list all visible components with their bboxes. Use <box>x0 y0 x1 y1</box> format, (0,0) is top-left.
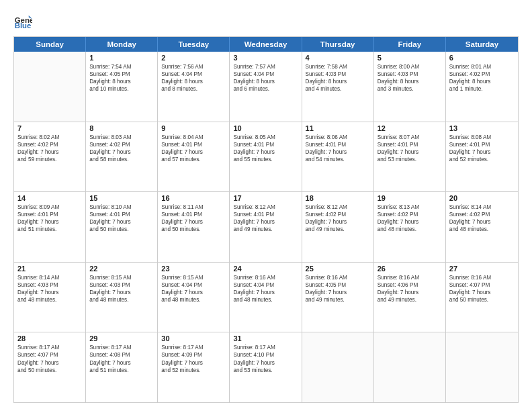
cal-cell: 30Sunrise: 8:17 AMSunset: 4:09 PMDayligh… <box>158 332 230 402</box>
cell-line: and 52 minutes. <box>449 156 515 163</box>
cal-cell: 12Sunrise: 8:07 AMSunset: 4:01 PMDayligh… <box>374 122 446 192</box>
cell-line: Daylight: 7 hours <box>161 218 226 226</box>
day-number: 9 <box>161 124 226 132</box>
cell-line: Daylight: 7 hours <box>161 289 226 296</box>
cell-line: Daylight: 8 hours <box>449 78 515 85</box>
cell-line: and 48 minutes. <box>161 296 226 304</box>
day-number: 8 <box>89 124 154 132</box>
cell-line: and 10 minutes. <box>89 85 154 93</box>
cal-row-1: 1Sunrise: 7:54 AMSunset: 4:05 PMDaylight… <box>14 52 518 122</box>
header-day-monday: Monday <box>86 37 158 52</box>
cal-cell: 8Sunrise: 8:03 AMSunset: 4:02 PMDaylight… <box>86 122 158 192</box>
header-day-friday: Friday <box>374 37 446 52</box>
cell-line: Daylight: 8 hours <box>378 78 442 85</box>
header-day-wednesday: Wednesday <box>230 37 302 52</box>
svg-text:Blue: Blue <box>15 21 32 30</box>
cal-cell: 6Sunrise: 8:01 AMSunset: 4:02 PMDaylight… <box>446 52 518 122</box>
cell-line: Sunrise: 7:57 AM <box>233 63 298 71</box>
cal-cell: 24Sunrise: 8:16 AMSunset: 4:04 PMDayligh… <box>230 263 302 332</box>
cell-line: Daylight: 7 hours <box>233 218 298 226</box>
logo: General Blue <box>13 11 36 30</box>
cell-line: Sunrise: 8:16 AM <box>233 274 298 281</box>
cell-line: Sunset: 4:04 PM <box>161 281 226 289</box>
day-number: 22 <box>89 265 154 273</box>
cell-line: and 57 minutes. <box>161 156 226 163</box>
cell-line: Sunrise: 8:04 AM <box>161 134 226 141</box>
cell-line: Sunset: 4:06 PM <box>378 281 442 289</box>
cell-line: Daylight: 7 hours <box>449 289 515 296</box>
header: General Blue <box>13 11 519 30</box>
cell-line: Daylight: 7 hours <box>378 289 442 296</box>
cell-line: Daylight: 7 hours <box>233 359 298 367</box>
day-number: 16 <box>161 194 226 202</box>
cell-line: Sunset: 4:01 PM <box>161 141 226 148</box>
cal-cell: 22Sunrise: 8:15 AMSunset: 4:03 PMDayligh… <box>86 263 158 332</box>
cal-cell: 16Sunrise: 8:11 AMSunset: 4:01 PMDayligh… <box>158 192 230 262</box>
cell-line: Sunset: 4:01 PM <box>233 141 298 148</box>
cell-line: Sunrise: 7:58 AM <box>306 63 370 71</box>
cell-line: Daylight: 7 hours <box>233 289 298 296</box>
cell-line: and 52 minutes. <box>161 367 226 374</box>
cell-line: Sunrise: 8:17 AM <box>17 344 82 351</box>
cell-line: Sunrise: 8:15 AM <box>89 274 154 281</box>
cal-cell: 13Sunrise: 8:08 AMSunset: 4:01 PMDayligh… <box>446 122 518 192</box>
cell-line: Daylight: 8 hours <box>233 78 298 85</box>
cal-cell: 27Sunrise: 8:16 AMSunset: 4:07 PMDayligh… <box>446 263 518 332</box>
cal-row-3: 14Sunrise: 8:09 AMSunset: 4:01 PMDayligh… <box>14 191 518 262</box>
cell-line: Sunset: 4:01 PM <box>17 211 82 218</box>
cal-cell: 5Sunrise: 8:00 AMSunset: 4:03 PMDaylight… <box>374 52 446 122</box>
cal-cell: 26Sunrise: 8:16 AMSunset: 4:06 PMDayligh… <box>374 263 446 332</box>
cal-cell: 7Sunrise: 8:02 AMSunset: 4:02 PMDaylight… <box>14 122 86 192</box>
cell-line: and 3 minutes. <box>378 85 442 93</box>
cal-cell: 15Sunrise: 8:10 AMSunset: 4:01 PMDayligh… <box>86 192 158 262</box>
cell-line: Sunrise: 8:08 AM <box>449 134 515 141</box>
cal-cell <box>374 332 446 402</box>
cell-line: Sunrise: 8:02 AM <box>17 134 82 141</box>
day-number: 10 <box>233 124 298 132</box>
cell-line: Daylight: 7 hours <box>17 289 82 296</box>
cell-line: and 49 minutes. <box>306 296 370 304</box>
cal-row-2: 7Sunrise: 8:02 AMSunset: 4:02 PMDaylight… <box>14 122 518 192</box>
cell-line: Sunrise: 8:03 AM <box>89 134 154 141</box>
cell-line: and 59 minutes. <box>17 156 82 163</box>
cell-line: Sunrise: 8:15 AM <box>161 274 226 281</box>
cell-line: and 1 minute. <box>449 85 515 93</box>
day-number: 31 <box>233 334 298 342</box>
cell-line: Sunset: 4:10 PM <box>233 351 298 359</box>
cell-line: Daylight: 7 hours <box>89 148 154 156</box>
cell-line: Sunrise: 8:17 AM <box>233 344 298 351</box>
cell-line: Sunrise: 8:07 AM <box>378 134 442 141</box>
cal-cell: 21Sunrise: 8:14 AMSunset: 4:03 PMDayligh… <box>14 263 86 332</box>
day-number: 30 <box>161 334 226 342</box>
cell-line: and 6 minutes. <box>233 85 298 93</box>
cell-line: Sunset: 4:03 PM <box>306 71 370 78</box>
cell-line: Sunset: 4:03 PM <box>17 281 82 289</box>
cell-line: Sunset: 4:02 PM <box>378 211 442 218</box>
cell-line: Daylight: 7 hours <box>233 148 298 156</box>
cell-line: Sunset: 4:03 PM <box>89 281 154 289</box>
cal-cell: 11Sunrise: 8:06 AMSunset: 4:01 PMDayligh… <box>302 122 374 192</box>
cell-line: Sunset: 4:01 PM <box>449 141 515 148</box>
cell-line: Sunrise: 8:13 AM <box>378 203 442 211</box>
cal-cell: 10Sunrise: 8:05 AMSunset: 4:01 PMDayligh… <box>230 122 302 192</box>
cell-line: Sunset: 4:02 PM <box>306 211 370 218</box>
day-number: 25 <box>306 265 370 273</box>
cell-line: and 48 minutes. <box>233 296 298 304</box>
cell-line: Sunset: 4:01 PM <box>306 141 370 148</box>
cal-cell: 29Sunrise: 8:17 AMSunset: 4:08 PMDayligh… <box>86 332 158 402</box>
cell-line: Daylight: 7 hours <box>89 359 154 367</box>
cal-cell: 19Sunrise: 8:13 AMSunset: 4:02 PMDayligh… <box>374 192 446 262</box>
cell-line: Daylight: 7 hours <box>378 218 442 226</box>
cell-line: Sunset: 4:02 PM <box>17 141 82 148</box>
cell-line: Sunset: 4:04 PM <box>161 71 226 78</box>
cell-line: Sunrise: 7:54 AM <box>89 63 154 71</box>
cell-line: and 4 minutes. <box>306 85 370 93</box>
day-number: 6 <box>449 54 515 62</box>
cell-line: and 48 minutes. <box>378 226 442 233</box>
cell-line: Sunset: 4:07 PM <box>17 351 82 359</box>
cell-line: and 53 minutes. <box>233 367 298 374</box>
cell-line: Sunrise: 8:12 AM <box>233 203 298 211</box>
cell-line: and 55 minutes. <box>233 156 298 163</box>
page: General Blue SundayMondayTuesdayWednesda… <box>0 0 532 411</box>
cal-cell: 2Sunrise: 7:56 AMSunset: 4:04 PMDaylight… <box>158 52 230 122</box>
